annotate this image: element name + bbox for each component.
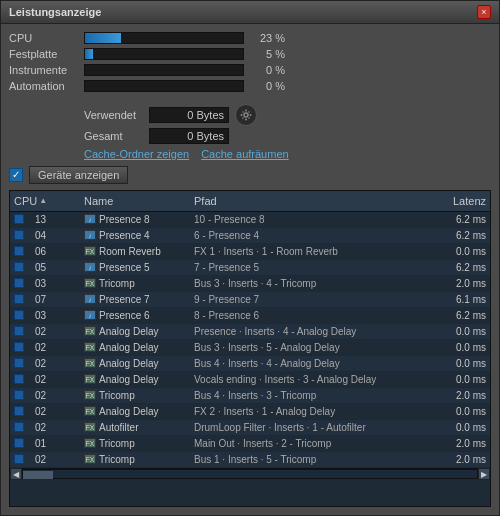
table-row[interactable]: 02 FX Analog Delay Presence · Inserts · … — [10, 324, 490, 340]
title-bar: Leistungsanzeige × — [1, 1, 499, 24]
row-indicator — [14, 422, 24, 432]
device-name: Presence 4 — [99, 230, 150, 241]
table-row[interactable]: 02 FX Analog Delay Bus 4 · Inserts · 4 -… — [10, 356, 490, 372]
cache-links: Cache-Ordner zeigen Cache aufräumen — [84, 148, 491, 160]
devices-button[interactable]: Geräte anzeigen — [29, 166, 128, 184]
devices-section: ✓ Geräte anzeigen — [9, 166, 491, 184]
col-name-cell: FX Room Reverb — [80, 245, 190, 258]
cpu-num: 03 — [28, 278, 46, 289]
cache-verwendet-row: Verwendet 0 Bytes — [84, 104, 491, 126]
table-row[interactable]: 02 FX Analog Delay Bus 3 · Inserts · 5 -… — [10, 340, 490, 356]
table-row[interactable]: 02 FX Analog Delay Vocals ending · Inser… — [10, 372, 490, 388]
cache-section: Verwendet 0 Bytes Gesamt 0 Bytes Cache-O… — [9, 100, 491, 160]
festplatte-bar — [85, 49, 93, 59]
col-latency-cell: 2.0 ms — [435, 389, 490, 402]
table-row[interactable]: 03 FX Tricomp Bus 3 · Inserts · 4 - Tric… — [10, 276, 490, 292]
svg-point-0 — [244, 113, 248, 117]
device-icon: FX — [84, 246, 96, 256]
table-row[interactable]: 02 FX Analog Delay FX 2 · Inserts · 1 - … — [10, 404, 490, 420]
device-name: Tricomp — [99, 278, 135, 289]
col-latency-cell: 2.0 ms — [435, 453, 490, 466]
svg-point-3 — [241, 114, 243, 116]
cpu-num: 03 — [28, 310, 46, 321]
row-indicator — [14, 326, 24, 336]
cpu-num: 07 — [28, 294, 46, 305]
device-name: Tricomp — [99, 390, 135, 401]
col-name-cell: ♪ Presence 7 — [80, 293, 190, 306]
col-latency-cell: 6.2 ms — [435, 213, 490, 226]
instrumente-meter-row: Instrumente 0 % — [9, 64, 491, 76]
col-path-cell: 9 - Presence 7 — [190, 293, 435, 306]
device-name: Presence 8 — [99, 214, 150, 225]
table-row[interactable]: 04 ♪ Presence 4 6 - Presence 4 6.2 ms — [10, 228, 490, 244]
col-latency-cell: 6.2 ms — [435, 309, 490, 322]
table-row[interactable]: 03 ♪ Presence 6 8 - Presence 6 6.2 ms — [10, 308, 490, 324]
scrollbar-track[interactable] — [22, 469, 478, 479]
svg-point-4 — [250, 114, 252, 116]
cpu-num: 05 — [28, 262, 46, 273]
row-indicator — [14, 342, 24, 352]
col-latency-cell: 0.0 ms — [435, 325, 490, 338]
festplatte-label: Festplatte — [9, 48, 84, 60]
col-name-cell: FX Analog Delay — [80, 341, 190, 354]
table-row[interactable]: 02 FX Autofilter DrumLoop Filter · Inser… — [10, 420, 490, 436]
row-indicator — [14, 246, 24, 256]
scroll-left-icon[interactable]: ◀ — [10, 468, 22, 480]
col-cpu-header[interactable]: CPU ▲ — [10, 193, 80, 209]
device-name: Presence 5 — [99, 262, 150, 273]
device-icon: FX — [84, 358, 96, 368]
device-name: Autofilter — [99, 422, 138, 433]
device-icon: ♪ — [84, 294, 96, 304]
col-path-cell: 6 - Presence 4 — [190, 229, 435, 242]
table-row[interactable]: 01 FX Tricomp Main Out · Inserts · 2 - T… — [10, 436, 490, 452]
device-icon: FX — [84, 390, 96, 400]
col-path-cell: Presence · Inserts · 4 - Analog Delay — [190, 325, 435, 338]
device-icon: ♪ — [84, 214, 96, 224]
device-icon: FX — [84, 422, 96, 432]
col-cpu-cell: 06 — [10, 245, 80, 258]
col-cpu-cell: 02 — [10, 389, 80, 402]
scrollbar-thumb[interactable] — [23, 471, 53, 479]
table-row[interactable]: 07 ♪ Presence 7 9 - Presence 7 6.1 ms — [10, 292, 490, 308]
cache-gesamt-row: Gesamt 0 Bytes — [84, 128, 491, 144]
table-row[interactable]: 05 ♪ Presence 5 7 - Presence 5 6.2 ms — [10, 260, 490, 276]
automation-bar-container — [84, 80, 244, 92]
instrumente-value: 0 % — [250, 64, 285, 76]
table-row[interactable]: 13 ♪ Presence 8 10 - Presence 8 6.2 ms — [10, 212, 490, 228]
col-cpu-cell: 03 — [10, 277, 80, 290]
devices-checkbox[interactable]: ✓ — [9, 168, 23, 182]
device-name: Analog Delay — [99, 342, 158, 353]
scroll-right-icon[interactable]: ▶ — [478, 468, 490, 480]
device-name: Tricomp — [99, 438, 135, 449]
device-name: Analog Delay — [99, 326, 158, 337]
col-latency-cell: 0.0 ms — [435, 357, 490, 370]
table-row[interactable]: 02 FX Tricomp Bus 4 · Inserts · 3 - Tric… — [10, 388, 490, 404]
col-latency-cell: 0.0 ms — [435, 405, 490, 418]
cache-gesamt-label: Gesamt — [84, 130, 149, 142]
cache-clear-link[interactable]: Cache aufräumen — [201, 148, 288, 160]
svg-point-5 — [242, 111, 244, 113]
device-icon: FX — [84, 278, 96, 288]
cache-show-folder-link[interactable]: Cache-Ordner zeigen — [84, 148, 189, 160]
close-button[interactable]: × — [477, 5, 491, 19]
col-latency-header[interactable]: Latenz — [435, 193, 490, 209]
device-name: Presence 6 — [99, 310, 150, 321]
col-path-cell: Bus 1 · Inserts · 5 - Tricomp — [190, 453, 435, 466]
row-indicator — [14, 454, 24, 464]
col-cpu-cell: 02 — [10, 405, 80, 418]
cache-verwendet-label: Verwendet — [84, 109, 149, 121]
cpu-num: 02 — [28, 390, 46, 401]
table-row[interactable]: 02 FX Tricomp Bus 1 · Inserts · 5 - Tric… — [10, 452, 490, 468]
col-path-header[interactable]: Pfad — [190, 193, 435, 209]
cpu-value: 23 % — [250, 32, 285, 44]
col-latency-cell: 6.2 ms — [435, 229, 490, 242]
table-row[interactable]: 06 FX Room Reverb FX 1 · Inserts · 1 - R… — [10, 244, 490, 260]
cpu-num: 02 — [28, 422, 46, 433]
cpu-meter-row: CPU 23 % — [9, 32, 491, 44]
cpu-num: 04 — [28, 230, 46, 241]
col-name-cell: FX Tricomp — [80, 437, 190, 450]
cache-gear-icon — [235, 104, 257, 126]
meters-section: CPU 23 % Festplatte 5 % Instrumente 0 % — [9, 32, 491, 96]
col-name-header[interactable]: Name — [80, 193, 190, 209]
horizontal-scrollbar[interactable]: ◀ ▶ — [10, 468, 490, 480]
